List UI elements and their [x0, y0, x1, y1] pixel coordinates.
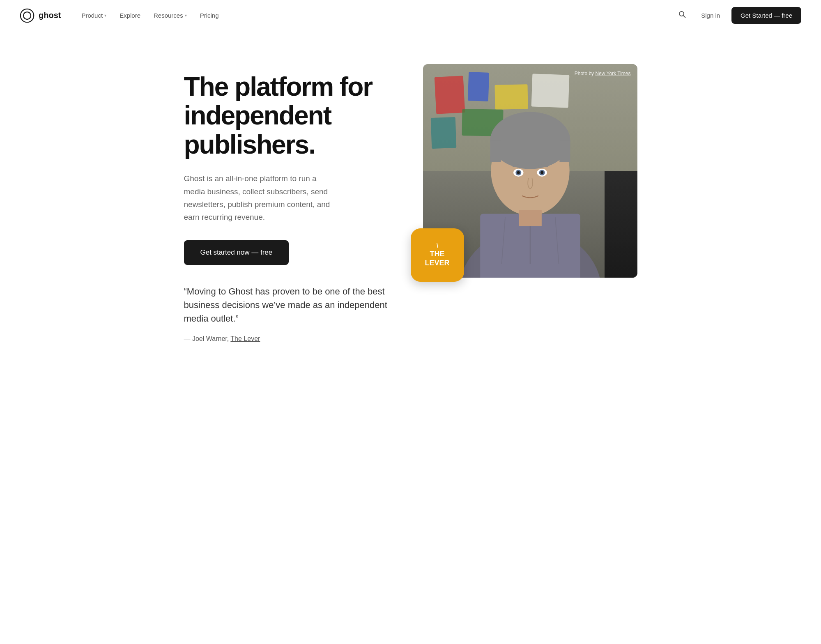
svg-rect-19: [519, 210, 542, 226]
binders: [605, 171, 637, 278]
hero-title: The platform for independent publishers.: [184, 72, 398, 159]
nav-right: Sign in Get Started — free: [675, 7, 801, 24]
signin-link[interactable]: Sign in: [696, 9, 725, 22]
hero-section: The platform for independent publishers.…: [164, 31, 657, 367]
resources-chevron-icon: ▾: [185, 13, 187, 18]
product-chevron-icon: ▾: [104, 13, 106, 18]
search-button[interactable]: [675, 7, 690, 24]
hero-description: Ghost is an all-in-one platform to run a…: [184, 172, 340, 223]
lever-badge-text-line1: THE: [430, 250, 445, 259]
nav-item-explore[interactable]: Explore: [114, 9, 146, 22]
svg-line-3: [683, 16, 685, 18]
svg-rect-8: [559, 140, 570, 162]
photo-credit-link[interactable]: New York Times: [595, 71, 630, 76]
photo-credit-prefix: Photo by: [575, 71, 594, 76]
lever-badge-text-line2: LEVER: [425, 259, 449, 268]
attribution-link[interactable]: The Lever: [230, 335, 260, 342]
attribution-prefix: — Joel Warner,: [184, 335, 229, 342]
nav-item-resources[interactable]: Resources ▾: [148, 9, 193, 22]
search-icon: [678, 10, 686, 18]
hero-cta-button[interactable]: Get started now — free: [184, 240, 289, 265]
nav-cta-button[interactable]: Get Started — free: [731, 7, 801, 24]
svg-point-6: [490, 112, 570, 169]
svg-point-18: [540, 171, 543, 174]
ghost-logo-icon: [20, 8, 34, 23]
hero-attribution: — Joel Warner, The Lever: [184, 335, 398, 343]
svg-rect-7: [490, 140, 501, 162]
brand-name: ghost: [39, 11, 61, 20]
hero-right: Photo by New York Times \ THE LEVER: [423, 64, 637, 278]
svg-point-0: [21, 9, 34, 22]
nav-item-pricing[interactable]: Pricing: [194, 9, 225, 22]
nav-links: Product ▾ Explore Resources ▾ Pricing: [76, 9, 675, 22]
lever-badge: \ THE LEVER: [411, 228, 464, 282]
hero-quote: “Moving to Ghost has proven to be one of…: [184, 285, 398, 325]
svg-point-1: [23, 12, 31, 19]
photo-credit: Photo by New York Times: [575, 71, 631, 76]
logo-link[interactable]: ghost: [20, 8, 61, 23]
navbar: ghost Product ▾ Explore Resources ▾ Pric…: [0, 0, 821, 31]
nav-item-product[interactable]: Product ▾: [76, 9, 112, 22]
svg-point-15: [517, 171, 520, 174]
lever-badge-icon: \: [437, 242, 438, 249]
hero-left: The platform for independent publishers.…: [184, 64, 398, 343]
